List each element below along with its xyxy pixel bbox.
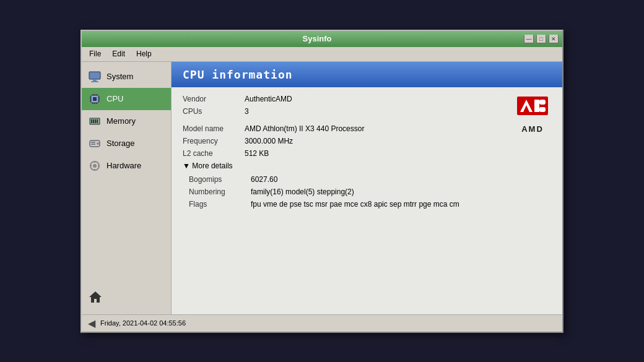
value-frequency: 3000.000 MHz <box>245 137 293 145</box>
content-body: AMD Vendor AuthenticAMD CPUs 3 Model nam… <box>172 87 562 314</box>
svg-rect-4 <box>93 97 97 101</box>
sidebar-label-storage: Storage <box>107 139 135 148</box>
info-row-vendor: Vendor AuthenticAMD <box>183 95 551 103</box>
window-controls: — □ ✕ <box>524 35 559 43</box>
svg-rect-19 <box>93 119 94 123</box>
value-cpus: 3 <box>245 107 249 116</box>
storage-icon <box>88 137 102 150</box>
status-bar: ◀ Friday, 2021-04-02 04:55:56 <box>82 314 562 332</box>
more-details-label: ▼ More details <box>183 162 233 170</box>
svg-marker-32 <box>89 291 102 303</box>
sidebar: System <box>82 62 172 314</box>
value-flags: fpu vme de pse tsc msr pae mce cx8 apic … <box>251 200 459 209</box>
value-l2cache: 512 KB <box>245 149 269 158</box>
info-row-model: Model name AMD Athlon(tm) II X3 440 Proc… <box>183 124 551 133</box>
label-numbering: Numbering <box>189 187 251 196</box>
label-model: Model name <box>183 124 245 133</box>
label-bogomips: Bogomips <box>189 175 251 184</box>
svg-point-23 <box>97 142 99 145</box>
content-header: CPU information <box>172 62 562 87</box>
svg-rect-1 <box>93 79 97 81</box>
value-model: AMD Athlon(tm) II X3 440 Processor <box>245 124 364 133</box>
label-l2cache: L2 cache <box>183 149 245 158</box>
more-details-toggle[interactable]: ▼ More details <box>183 162 551 170</box>
monitor-icon <box>88 70 102 84</box>
info-row-cpus: CPUs 3 <box>183 107 551 116</box>
main-content: System <box>82 62 562 314</box>
svg-rect-36 <box>539 100 546 105</box>
back-button[interactable]: ◀ <box>88 317 95 329</box>
details-section: Bogomips 6027.60 Numbering family(16) mo… <box>183 175 551 209</box>
window-title: Sysinfo <box>110 34 524 43</box>
svg-rect-18 <box>91 119 92 123</box>
svg-rect-35 <box>534 100 539 112</box>
sidebar-label-hardware: Hardware <box>107 161 141 170</box>
info-row-frequency: Frequency 3000.000 MHz <box>183 137 551 145</box>
cpu-icon <box>88 92 102 106</box>
svg-point-27 <box>93 164 97 168</box>
label-flags: Flags <box>189 200 251 209</box>
sidebar-footer <box>82 283 171 311</box>
sidebar-item-hardware[interactable]: Hardware <box>82 155 171 177</box>
menu-help[interactable]: Help <box>133 48 155 59</box>
svg-rect-2 <box>91 81 98 82</box>
content-area: CPU information AMD <box>172 62 562 314</box>
sidebar-label-memory: Memory <box>107 116 136 126</box>
label-frequency: Frequency <box>183 137 245 145</box>
label-cpus: CPUs <box>183 107 245 116</box>
info-row-l2cache: L2 cache 512 KB <box>183 149 551 158</box>
sidebar-label-system: System <box>107 72 133 81</box>
sidebar-label-cpu: CPU <box>107 94 123 103</box>
info-row-numbering: Numbering family(16) model(5) stepping(2… <box>189 187 551 196</box>
value-numbering: family(16) model(5) stepping(2) <box>251 187 354 196</box>
value-vendor: AuthenticAMD <box>245 95 292 103</box>
svg-rect-33 <box>517 97 548 115</box>
info-row-bogomips: Bogomips 6027.60 <box>189 175 551 184</box>
title-bar: Sysinfo — □ ✕ <box>82 31 562 47</box>
sidebar-item-cpu[interactable]: CPU <box>82 88 171 110</box>
menu-bar: File Edit Help <box>82 47 562 62</box>
svg-rect-37 <box>539 107 546 112</box>
sidebar-item-memory[interactable]: Memory <box>82 110 171 132</box>
label-vendor: Vendor <box>183 95 245 103</box>
info-row-flags: Flags fpu vme de pse tsc msr pae mce cx8… <box>189 200 551 209</box>
memory-icon <box>88 114 102 128</box>
maximize-button[interactable]: □ <box>536 35 546 43</box>
svg-rect-21 <box>97 119 98 123</box>
sidebar-item-storage[interactable]: Storage <box>82 132 171 155</box>
amd-logo: AMD <box>514 93 551 134</box>
value-bogomips: 6027.60 <box>251 175 277 184</box>
menu-file[interactable]: File <box>85 48 105 59</box>
status-datetime: Friday, 2021-04-02 04:55:56 <box>100 319 186 327</box>
svg-rect-20 <box>95 119 96 123</box>
svg-rect-0 <box>89 72 100 79</box>
sidebar-item-system[interactable]: System <box>82 66 171 88</box>
amd-text: AMD <box>521 124 544 134</box>
home-button[interactable] <box>87 288 104 306</box>
amd-logo-icon <box>514 93 551 124</box>
app-window: Sysinfo — □ ✕ File Edit Help <box>80 30 564 333</box>
menu-edit[interactable]: Edit <box>108 48 129 59</box>
hardware-icon <box>88 159 102 173</box>
close-button[interactable]: ✕ <box>549 35 559 43</box>
minimize-button[interactable]: — <box>524 35 534 43</box>
